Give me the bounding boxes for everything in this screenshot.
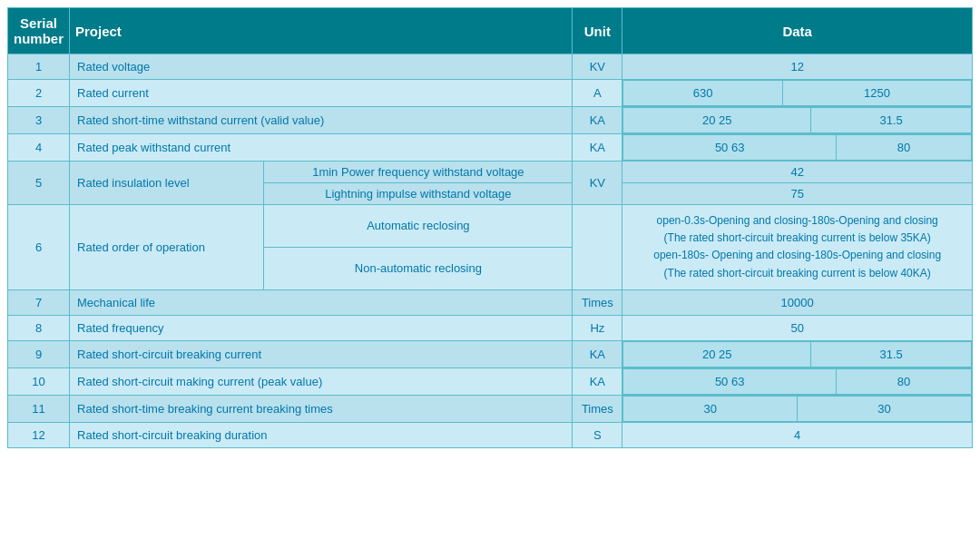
project-1: Rated voltage [70,54,573,80]
unit-8: Hz [573,315,622,340]
data-split-2: 630 1250 [622,80,973,107]
unit-3: KA [573,107,622,134]
sub-row-5a: 1min Power frequency withstand voltage [264,162,573,183]
unit-11: Times [573,395,622,422]
unit-10: KA [573,368,622,395]
serial-11: 11 [8,395,70,422]
data-split-4: 50 63 80 [622,134,973,162]
serial-3: 3 [8,107,70,134]
data-6: open-0.3s-Opening and closing-180s-Openi… [622,205,973,290]
data-left-3: 20 25 [623,108,811,133]
data-right-2: 1250 [782,81,971,106]
serial-7: 7 [8,289,70,315]
project-12: Rated short-circuit breaking duration [70,422,573,447]
serial-9: 9 [8,340,70,368]
serial-10: 10 [8,368,70,395]
col-serial: Serial number [8,8,70,54]
sub-row-6a: Automatic reclosing [264,205,573,248]
serial-5: 5 [8,162,70,205]
unit-7: Times [573,289,622,315]
data-left-2: 630 [623,81,782,106]
serial-2: 2 [8,80,70,107]
data-right-9: 31.5 [811,341,972,367]
unit-9: KA [573,340,622,368]
project-4: Rated peak withstand current [70,134,573,162]
serial-6: 6 [8,205,70,290]
data-split-11: 30 30 [622,395,973,422]
table-wrapper: Serial number Project Unit Data 1 Rated … [7,7,973,448]
specs-table: Serial number Project Unit Data 1 Rated … [7,7,973,448]
unit-5: KV [573,162,622,205]
data-left-9: 20 25 [623,341,811,367]
unit-12: S [573,422,622,447]
project-2: Rated current [70,80,573,107]
data-right-10: 80 [836,368,971,394]
serial-12: 12 [8,422,70,447]
data-12: 4 [622,422,973,447]
data-right-4: 80 [836,135,971,161]
serial-4: 4 [8,134,70,162]
project-10: Rated short-circuit making current (peak… [70,368,573,395]
sub-row-6b: Non-automatic reclosing [264,247,573,289]
project-6: Rated order of operation [70,205,264,290]
unit-4: KA [573,134,622,162]
serial-8: 8 [8,315,70,340]
data-left-11: 30 [623,396,798,421]
col-unit: Unit [573,8,622,54]
unit-6 [573,205,622,290]
data-right-3: 31.5 [811,108,972,133]
sub-row-5b: Lightning impulse withstand voltage [264,183,573,205]
project-8: Rated frequency [70,315,573,340]
data-left-10: 50 63 [623,368,837,394]
data-split-10: 50 63 80 [622,368,973,395]
col-data: Data [622,8,973,54]
project-7: Mechanical life [70,289,573,315]
data-left-4: 50 63 [623,135,837,161]
project-11: Rated short-time breaking current breaki… [70,395,573,422]
data-1: 12 [622,54,973,80]
project-5: Rated insulation level [70,162,264,205]
data-7: 10000 [622,289,973,315]
project-9: Rated short-circuit breaking current [70,340,573,368]
project-3: Rated short-time withstand current (vali… [70,107,573,134]
data-split-3: 20 25 31.5 [622,107,973,134]
col-project: Project [70,8,573,54]
data-right-11: 30 [798,396,972,421]
data-split-9: 20 25 31.5 [622,340,973,368]
unit-1: KV [573,54,622,80]
unit-2: A [573,80,622,107]
data-5b: 75 [622,183,973,205]
serial-1: 1 [8,54,70,80]
data-5a: 42 [622,162,973,183]
data-8: 50 [622,315,973,340]
